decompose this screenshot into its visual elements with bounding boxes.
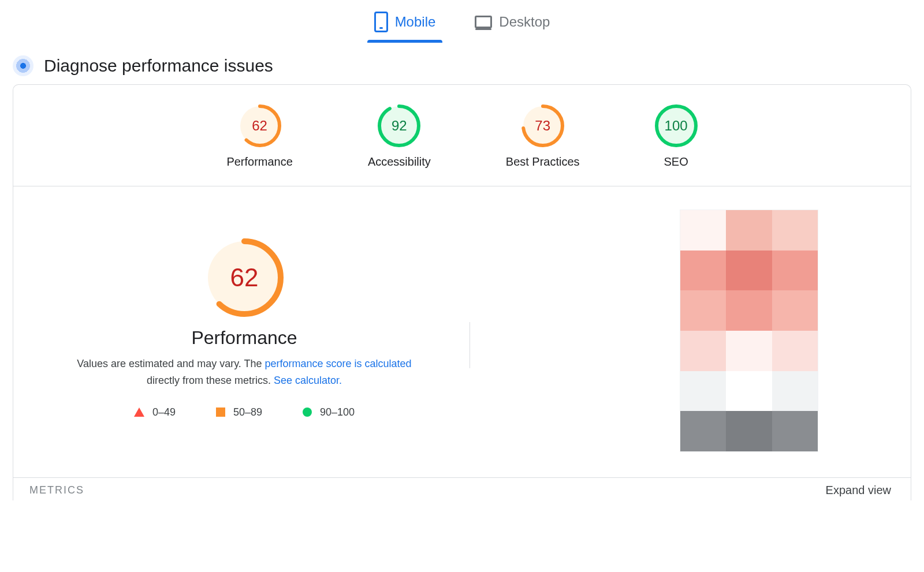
legend-mid: 50–89 bbox=[216, 406, 262, 418]
square-icon bbox=[216, 407, 225, 417]
gauge-col-seo[interactable]: 100 SEO bbox=[655, 104, 698, 169]
perf-desc-text: directly from these metrics. bbox=[147, 375, 274, 386]
score-legend: 0–49 50–89 90–100 bbox=[134, 406, 355, 418]
performance-title: Performance bbox=[191, 327, 297, 349]
gauge-performance: 62 bbox=[239, 104, 281, 147]
see-calculator-link[interactable]: See calculator. bbox=[274, 375, 342, 386]
circle-icon bbox=[303, 407, 312, 417]
gauge-seo: 100 bbox=[655, 104, 698, 147]
diagnose-icon bbox=[13, 55, 33, 76]
legend-mid-label: 50–89 bbox=[233, 406, 262, 418]
tab-desktop-label: Desktop bbox=[499, 14, 550, 30]
performance-description: Values are estimated and may vary. The p… bbox=[59, 356, 429, 389]
gauge-label: Best Practices bbox=[506, 155, 580, 169]
gauge-col-performance[interactable]: 62 Performance bbox=[226, 104, 293, 169]
legend-high-label: 90–100 bbox=[320, 406, 355, 418]
expand-view-button[interactable]: Expand view bbox=[826, 484, 891, 497]
page-screenshot-thumbnail[interactable] bbox=[680, 210, 818, 452]
gauge-label: SEO bbox=[664, 155, 688, 169]
gauge-label: Performance bbox=[226, 155, 293, 169]
mobile-device-icon bbox=[374, 12, 388, 32]
perf-desc-text: Values are estimated and may vary. The bbox=[77, 358, 264, 369]
report-card: 62 Performance 92 Accessibility 73 Best … bbox=[13, 84, 911, 500]
gauge-label: Accessibility bbox=[368, 155, 431, 169]
legend-low-label: 0–49 bbox=[152, 406, 176, 418]
gauge-performance-large: 62 bbox=[205, 238, 284, 317]
gauge-col-accessibility[interactable]: 92 Accessibility bbox=[368, 104, 431, 169]
section-header: Diagnose performance issues bbox=[0, 43, 924, 84]
section-title: Diagnose performance issues bbox=[44, 56, 273, 76]
device-tabs: Mobile Desktop bbox=[0, 0, 924, 43]
legend-low: 0–49 bbox=[134, 406, 176, 418]
tab-mobile[interactable]: Mobile bbox=[372, 8, 438, 43]
gauge-accessibility: 92 bbox=[378, 104, 420, 147]
metrics-header-row: Metrics Expand view bbox=[13, 477, 911, 500]
desktop-device-icon bbox=[475, 16, 492, 28]
gauge-col-best-practices[interactable]: 73 Best Practices bbox=[506, 104, 580, 169]
tab-mobile-label: Mobile bbox=[395, 14, 436, 30]
category-gauges: 62 Performance 92 Accessibility 73 Best … bbox=[13, 85, 911, 186]
triangle-icon bbox=[134, 407, 144, 417]
gauge-best-practices: 73 bbox=[521, 104, 564, 147]
tab-desktop[interactable]: Desktop bbox=[472, 8, 552, 43]
metrics-label: Metrics bbox=[29, 484, 84, 496]
vertical-divider bbox=[470, 322, 470, 368]
performance-section: 62 Performance Values are estimated and … bbox=[13, 186, 911, 463]
perf-score-calc-link[interactable]: performance score is calculated bbox=[265, 358, 412, 369]
legend-high: 90–100 bbox=[303, 406, 355, 418]
performance-summary: 62 Performance Values are estimated and … bbox=[36, 238, 441, 418]
